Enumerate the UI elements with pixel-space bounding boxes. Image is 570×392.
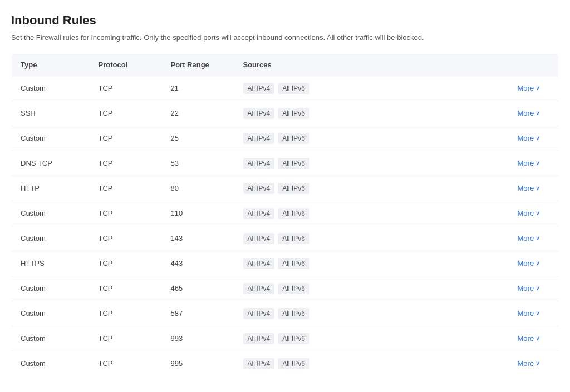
table-row: CustomTCP110All IPv4All IPv6More∨	[12, 201, 559, 226]
more-label: More	[518, 109, 534, 117]
source-badge: All IPv4	[243, 333, 275, 344]
more-button[interactable]: More∨	[518, 109, 540, 117]
cell-protocol: TCP	[90, 76, 162, 101]
source-badge: All IPv6	[278, 208, 309, 219]
table-row: CustomTCP587All IPv4All IPv6More∨	[12, 301, 559, 326]
source-badge: All IPv6	[278, 233, 309, 244]
cell-protocol: TCP	[90, 301, 162, 326]
cell-port-range: 80	[162, 176, 234, 201]
cell-protocol: TCP	[90, 251, 162, 276]
table-row: CustomTCP995All IPv4All IPv6More∨	[12, 351, 559, 376]
more-label: More	[518, 334, 534, 343]
cell-more: More∨	[509, 176, 559, 201]
cell-type: SSH	[12, 101, 90, 126]
table-row: CustomTCP465All IPv4All IPv6More∨	[12, 276, 559, 301]
source-badge: All IPv6	[278, 133, 309, 144]
source-badge: All IPv6	[278, 308, 309, 319]
cell-more: More∨	[509, 251, 559, 276]
more-button[interactable]: More∨	[518, 359, 540, 368]
cell-port-range: 995	[162, 351, 234, 376]
cell-more: More∨	[509, 326, 559, 351]
cell-type: HTTP	[12, 176, 90, 201]
cell-more: More∨	[509, 101, 559, 126]
more-button[interactable]: More∨	[518, 184, 540, 192]
cell-sources: All IPv4All IPv6	[234, 276, 509, 301]
more-button[interactable]: More∨	[518, 309, 540, 317]
cell-port-range: 110	[162, 201, 234, 226]
more-button[interactable]: More∨	[518, 134, 540, 142]
cell-sources: All IPv4All IPv6	[234, 151, 509, 176]
cell-protocol: TCP	[90, 126, 162, 151]
table-header-row: Type Protocol Port Range Sources	[12, 53, 559, 76]
cell-sources: All IPv4All IPv6	[234, 101, 509, 126]
more-label: More	[518, 284, 534, 292]
more-label: More	[518, 84, 534, 92]
cell-sources: All IPv4All IPv6	[234, 176, 509, 201]
page-description: Set the Firewall rules for incoming traf…	[11, 32, 559, 43]
table-row: HTTPSTCP443All IPv4All IPv6More∨	[12, 251, 559, 276]
cell-port-range: 993	[162, 326, 234, 351]
source-badge: All IPv6	[278, 83, 309, 94]
cell-port-range: 143	[162, 226, 234, 251]
source-badge: All IPv4	[243, 83, 275, 94]
cell-port-range: 53	[162, 151, 234, 176]
cell-sources: All IPv4All IPv6	[234, 126, 509, 151]
chevron-down-icon: ∨	[535, 285, 540, 292]
cell-port-range: 465	[162, 276, 234, 301]
cell-more: More∨	[509, 301, 559, 326]
more-label: More	[518, 309, 534, 317]
cell-more: More∨	[509, 76, 559, 101]
source-badge: All IPv4	[243, 233, 275, 244]
cell-protocol: TCP	[90, 276, 162, 301]
source-badge: All IPv6	[278, 258, 309, 269]
more-button[interactable]: More∨	[518, 209, 540, 217]
table-row: HTTPTCP80All IPv4All IPv6More∨	[12, 176, 559, 201]
chevron-down-icon: ∨	[535, 160, 540, 167]
cell-more: More∨	[509, 276, 559, 301]
table-row: SSHTCP22All IPv4All IPv6More∨	[12, 101, 559, 126]
chevron-down-icon: ∨	[535, 135, 540, 142]
more-button[interactable]: More∨	[518, 334, 540, 343]
more-button[interactable]: More∨	[518, 259, 540, 267]
more-button[interactable]: More∨	[518, 159, 540, 167]
cell-sources: All IPv4All IPv6	[234, 251, 509, 276]
cell-sources: All IPv4All IPv6	[234, 326, 509, 351]
cell-sources: All IPv4All IPv6	[234, 201, 509, 226]
page-title: Inbound Rules	[11, 13, 559, 28]
cell-more: More∨	[509, 351, 559, 376]
cell-more: More∨	[509, 226, 559, 251]
source-badge: All IPv6	[278, 158, 309, 169]
more-label: More	[518, 234, 534, 242]
cell-port-range: 443	[162, 251, 234, 276]
source-badge: All IPv4	[243, 108, 275, 119]
cell-sources: All IPv4All IPv6	[234, 226, 509, 251]
chevron-down-icon: ∨	[535, 235, 540, 242]
more-label: More	[518, 209, 534, 217]
more-button[interactable]: More∨	[518, 84, 540, 92]
cell-type: Custom	[12, 301, 90, 326]
chevron-down-icon: ∨	[535, 185, 540, 192]
table-row: CustomTCP25All IPv4All IPv6More∨	[12, 126, 559, 151]
chevron-down-icon: ∨	[535, 110, 540, 117]
cell-protocol: TCP	[90, 151, 162, 176]
chevron-down-icon: ∨	[535, 260, 540, 267]
source-badge: All IPv4	[243, 208, 275, 219]
cell-port-range: 22	[162, 101, 234, 126]
source-badge: All IPv4	[243, 183, 275, 194]
cell-more: More∨	[509, 126, 559, 151]
more-button[interactable]: More∨	[518, 234, 540, 242]
source-badge: All IPv4	[243, 158, 275, 169]
cell-type: HTTPS	[12, 251, 90, 276]
chevron-down-icon: ∨	[535, 360, 540, 367]
source-badge: All IPv4	[243, 258, 275, 269]
cell-protocol: TCP	[90, 351, 162, 376]
cell-type: Custom	[12, 201, 90, 226]
cell-type: Custom	[12, 351, 90, 376]
more-button[interactable]: More∨	[518, 284, 540, 292]
col-header-port-range: Port Range	[162, 53, 234, 76]
cell-type: Custom	[12, 276, 90, 301]
source-badge: All IPv6	[278, 108, 309, 119]
cell-protocol: TCP	[90, 101, 162, 126]
source-badge: All IPv6	[278, 358, 309, 369]
cell-more: More∨	[509, 151, 559, 176]
